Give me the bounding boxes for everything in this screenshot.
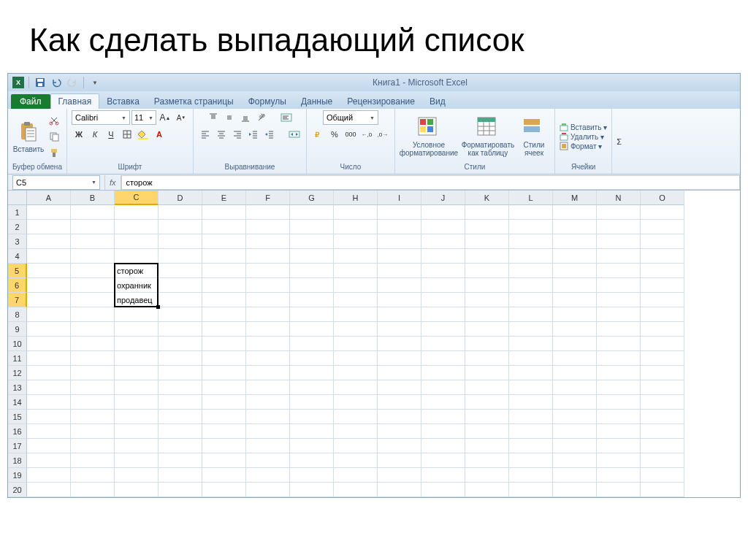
cell[interactable] [290, 293, 334, 307]
cell[interactable] [290, 220, 334, 234]
cell[interactable] [378, 307, 421, 322]
row-header[interactable]: 4 [8, 249, 27, 264]
cell[interactable] [509, 395, 553, 410]
cell[interactable] [202, 410, 246, 424]
cell[interactable] [465, 483, 509, 497]
currency-icon[interactable]: ₽ [311, 127, 326, 142]
cell[interactable] [290, 483, 334, 497]
cell[interactable] [334, 234, 378, 249]
cell[interactable] [378, 410, 421, 424]
cell[interactable] [597, 453, 641, 468]
fx-button[interactable]: fx [104, 175, 121, 190]
cell[interactable] [290, 278, 334, 293]
cell[interactable] [71, 249, 115, 264]
wrap-text-icon[interactable] [279, 110, 294, 125]
cell[interactable] [378, 395, 421, 410]
column-header[interactable]: I [378, 191, 421, 205]
cell[interactable] [641, 337, 684, 351]
cell[interactable] [553, 424, 597, 439]
cell[interactable] [378, 380, 421, 395]
cell[interactable] [509, 424, 553, 439]
cell[interactable] [641, 380, 684, 395]
column-header[interactable]: K [465, 191, 509, 205]
cell[interactable] [465, 293, 509, 307]
cell[interactable] [246, 293, 290, 307]
cell[interactable] [641, 468, 684, 483]
cell[interactable] [378, 439, 421, 453]
cell[interactable] [71, 380, 115, 395]
cell[interactable] [71, 264, 115, 278]
bold-button[interactable]: Ж [72, 127, 86, 142]
fill-color-icon[interactable] [136, 127, 150, 142]
tab-view[interactable]: Вид [422, 94, 453, 109]
cell[interactable] [290, 453, 334, 468]
cell[interactable] [246, 453, 290, 468]
cell[interactable] [509, 439, 553, 453]
cell[interactable] [465, 351, 509, 366]
cell[interactable] [641, 249, 684, 264]
cell[interactable] [334, 410, 378, 424]
cell[interactable] [334, 337, 378, 351]
row-header[interactable]: 6 [8, 278, 27, 293]
cell[interactable] [246, 410, 290, 424]
cell[interactable] [553, 307, 597, 322]
cell[interactable] [290, 395, 334, 410]
cell[interactable] [159, 351, 202, 366]
cell[interactable] [27, 249, 71, 264]
cell[interactable] [509, 468, 553, 483]
cell[interactable] [202, 468, 246, 483]
cell[interactable] [115, 483, 159, 497]
cell[interactable] [115, 380, 159, 395]
cell[interactable] [465, 468, 509, 483]
cell[interactable] [421, 307, 465, 322]
cell[interactable] [509, 453, 553, 468]
cell[interactable] [159, 220, 202, 234]
cell[interactable] [71, 322, 115, 337]
cell[interactable] [597, 234, 641, 249]
cell[interactable] [290, 380, 334, 395]
cell[interactable] [509, 380, 553, 395]
cell[interactable] [334, 307, 378, 322]
cell[interactable] [641, 395, 684, 410]
cell[interactable] [465, 453, 509, 468]
column-header[interactable]: O [641, 191, 684, 205]
cell[interactable] [202, 483, 246, 497]
column-header[interactable]: F [246, 191, 290, 205]
cell[interactable] [246, 249, 290, 264]
formula-input[interactable]: сторож [121, 175, 740, 190]
cell[interactable] [421, 337, 465, 351]
cell[interactable] [553, 220, 597, 234]
cell[interactable] [378, 249, 421, 264]
cell[interactable] [509, 337, 553, 351]
tab-page-layout[interactable]: Разметка страницы [147, 94, 241, 109]
cell[interactable] [202, 439, 246, 453]
cell[interactable] [421, 453, 465, 468]
cell[interactable] [597, 468, 641, 483]
cell[interactable] [641, 205, 684, 220]
cell[interactable] [71, 483, 115, 497]
select-all-corner[interactable] [8, 191, 27, 205]
cell[interactable] [115, 322, 159, 337]
cell[interactable] [115, 468, 159, 483]
cell[interactable] [159, 424, 202, 439]
cell[interactable] [553, 205, 597, 220]
cell[interactable] [246, 424, 290, 439]
cell[interactable] [421, 249, 465, 264]
cell[interactable] [553, 453, 597, 468]
column-header[interactable]: L [509, 191, 553, 205]
cell[interactable] [71, 337, 115, 351]
cell[interactable] [378, 264, 421, 278]
cell[interactable] [115, 337, 159, 351]
row-header[interactable]: 5 [8, 264, 27, 278]
cell[interactable] [115, 249, 159, 264]
cell[interactable] [202, 424, 246, 439]
cell[interactable] [115, 234, 159, 249]
cell[interactable] [159, 264, 202, 278]
cell[interactable] [641, 264, 684, 278]
cell[interactable] [159, 410, 202, 424]
cell[interactable] [27, 278, 71, 293]
cell[interactable] [465, 395, 509, 410]
font-size-select[interactable]: 11▼ [131, 110, 156, 125]
column-header[interactable]: G [290, 191, 334, 205]
cell[interactable] [465, 234, 509, 249]
